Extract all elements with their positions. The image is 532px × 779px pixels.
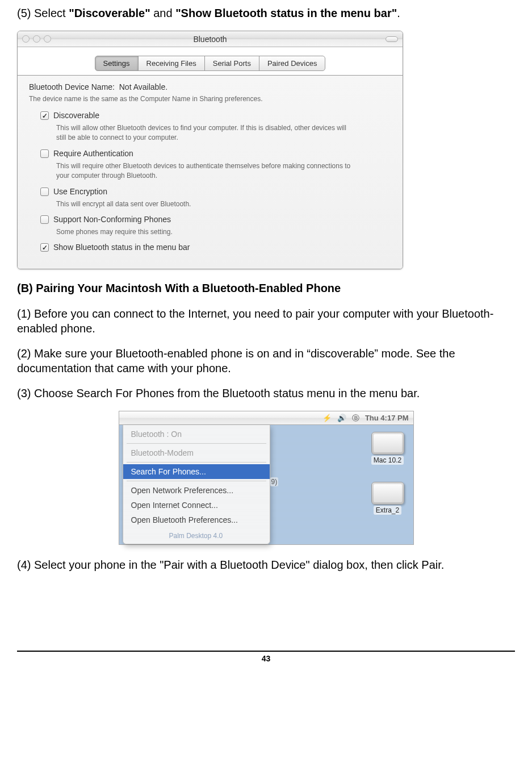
noncon-desc: Some phones may require this setting.: [56, 227, 351, 237]
encrypt-row: Use Encryption: [40, 187, 391, 196]
hdd-mac[interactable]: Mac 10.2: [371, 432, 404, 465]
hdd-icon: [371, 482, 404, 505]
menu-item-bt-status: Bluetooth : On: [123, 427, 270, 441]
auth-checkbox[interactable]: [40, 149, 49, 158]
device-name-note: The device name is the same as the Compu…: [29, 95, 391, 103]
desktop-icons: Mac 10.2 Extra_2: [270, 425, 413, 544]
charge-icon: ⚡: [322, 414, 332, 422]
menu-item-search-phones[interactable]: Search For Phones...: [123, 464, 270, 479]
menubar-label: Show Bluetooth status in the menu bar: [53, 243, 190, 252]
menubar: ⚡ 🔊 Ⓑ Thu 4:17 PM: [119, 411, 413, 425]
encrypt-checkbox[interactable]: [40, 188, 49, 196]
section-b-heading: (B) Pairing Your Macintosh With a Blueto…: [17, 282, 515, 295]
footer-rule: [17, 651, 515, 652]
discoverable-label: Discoverable: [53, 111, 99, 120]
hdd-label-mac: Mac 10.2: [371, 456, 404, 465]
bluetooth-status-menu: Bluetooth : On Bluetooth-Modem Search Fo…: [123, 425, 270, 544]
tab-bar: Settings Receiving Files Serial Ports Pa…: [18, 47, 403, 76]
discoverable-checkbox[interactable]: [40, 111, 49, 120]
hdd-icon: [371, 432, 404, 455]
noncon-checkbox[interactable]: [40, 215, 49, 224]
bluetooth-prefs-window: Bluetooth Settings Receiving Files Seria…: [17, 31, 403, 269]
menubar-row: Show Bluetooth status in the menu bar: [40, 243, 391, 252]
menu-item-bt-prefs[interactable]: Open Bluetooth Preferences...: [123, 513, 270, 527]
device-name-row: Bluetooth Device Name: Not Available.: [29, 82, 391, 91]
encrypt-desc: This will encrypt all data sent over Blu…: [56, 199, 351, 209]
step5-prefix: (5) Select: [17, 7, 69, 19]
desktop-area: Bluetooth : On Bluetooth-Modem Search Fo…: [119, 425, 413, 544]
menu-item-network-prefs[interactable]: Open Network Preferences...: [123, 483, 270, 498]
step5-suffix: .: [397, 7, 400, 19]
window-titlebar: Bluetooth: [18, 31, 403, 47]
step5-bold1: "Discoverable": [69, 7, 150, 19]
step-b1: (1) Before you can connect to the Intern…: [17, 306, 515, 336]
step5-bold2: "Show Bluetooth status in the menu bar": [175, 7, 397, 19]
partial-text: 9): [270, 477, 279, 486]
faded-desktop-label: Palm Desktop 4.0: [169, 532, 223, 540]
tab-receiving-files[interactable]: Receiving Files: [138, 56, 205, 71]
step5-mid: and: [150, 7, 175, 19]
window-title: Bluetooth: [18, 35, 403, 44]
bluetooth-icon[interactable]: Ⓑ: [352, 413, 359, 423]
discoverable-row: Discoverable: [40, 111, 391, 120]
encrypt-label: Use Encryption: [53, 187, 107, 196]
step-b3: (3) Choose Search For Phones from the Bl…: [17, 386, 515, 401]
tab-serial-ports[interactable]: Serial Ports: [204, 56, 259, 71]
device-name-label: Bluetooth Device Name:: [29, 82, 115, 91]
tab-settings[interactable]: Settings: [95, 56, 139, 71]
auth-desc: This will require other Bluetooth device…: [56, 161, 351, 181]
sound-icon[interactable]: 🔊: [337, 414, 346, 422]
tab-paired-devices[interactable]: Paired Devices: [259, 56, 325, 71]
noncon-row: Support Non-Conforming Phones: [40, 215, 391, 224]
discoverable-desc: This will allow other Bluetooth devices …: [56, 123, 351, 143]
page-number: 43: [17, 654, 515, 663]
menubar-checkbox[interactable]: [40, 243, 49, 252]
hdd-extra[interactable]: Extra_2: [371, 482, 404, 515]
noncon-label: Support Non-Conforming Phones: [53, 215, 171, 224]
hdd-label-extra: Extra_2: [374, 506, 401, 515]
prefs-content: Bluetooth Device Name: Not Available. Th…: [18, 76, 403, 269]
clock[interactable]: Thu 4:17 PM: [365, 414, 409, 422]
bluetooth-menu-figure: ⚡ 🔊 Ⓑ Thu 4:17 PM Bluetooth : On Bluetoo…: [119, 411, 414, 545]
step-b2: (2) Make sure your Bluetooth-enabled pho…: [17, 346, 515, 376]
auth-label: Require Authentication: [53, 149, 133, 158]
menu-item-bt-modem: Bluetooth-Modem: [123, 445, 270, 460]
menu-item-internet-connect[interactable]: Open Internet Connect...: [123, 498, 270, 513]
device-name-value: Not Available.: [119, 82, 167, 91]
menu-separator: [127, 462, 266, 463]
menu-separator: [127, 443, 266, 444]
step5-text: (5) Select "Discoverable" and "Show Blue…: [17, 6, 515, 20]
auth-row: Require Authentication: [40, 149, 391, 158]
step-b4: (4) Select your phone in the "Pair with …: [17, 557, 515, 572]
menu-separator: [127, 481, 266, 481]
